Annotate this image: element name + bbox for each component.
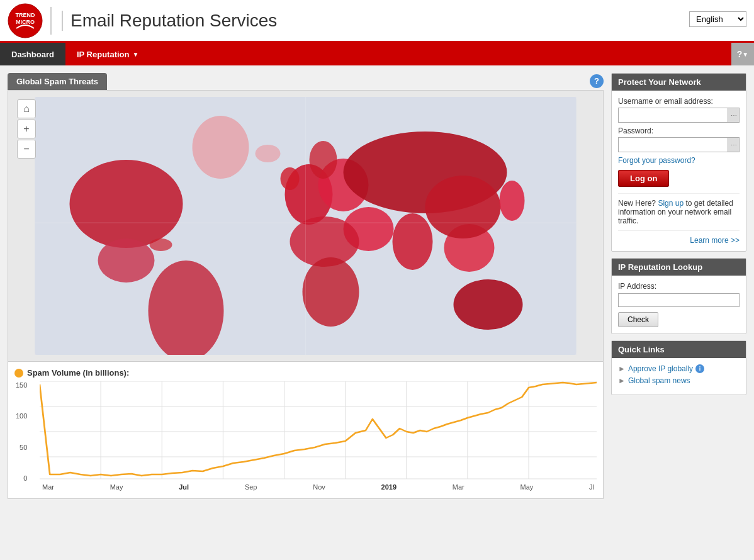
nav-ip-reputation-label: IP Reputation <box>77 50 130 59</box>
signup-link[interactable]: Sign up <box>658 199 684 208</box>
chart-area: 150 100 50 0 <box>40 381 597 495</box>
username-input-row: ⋯ <box>618 108 740 123</box>
y-label-150: 150 <box>16 381 27 389</box>
svg-text:MICRO: MICRO <box>16 19 35 25</box>
trend-micro-logo: TREND MICRO <box>8 3 43 38</box>
y-label-50: 50 <box>16 444 27 451</box>
zoom-in-icon: + <box>23 123 29 135</box>
world-map <box>14 97 597 355</box>
title-separator <box>50 7 52 35</box>
password-label: Password: <box>618 126 740 135</box>
password-input[interactable] <box>619 138 728 152</box>
lang-select[interactable]: English Japanese Chinese <box>689 11 746 27</box>
svg-point-11 <box>281 167 300 190</box>
bullet-icon-1: ► <box>618 364 626 373</box>
svg-point-20 <box>500 181 525 221</box>
map-controls: ⌂ + − <box>17 99 36 159</box>
quick-link-item-2: ► Global spam news <box>618 376 740 385</box>
help-dropdown-icon: ▼ <box>742 51 748 58</box>
x-label-may2: May <box>520 483 533 491</box>
y-label-100: 100 <box>16 412 27 420</box>
approve-ip-link[interactable]: Approve IP globally <box>628 364 693 373</box>
tab-header: Global Spam Threats ? <box>8 73 604 90</box>
username-input-icon: ⋯ <box>728 108 739 122</box>
x-label-mar: Mar <box>42 483 54 491</box>
ip-address-label: IP Address: <box>618 282 740 291</box>
navbar: Dashboard IP Reputation ▼ ? ▼ <box>0 43 754 65</box>
svg-point-19 <box>425 176 501 238</box>
quick-links-box: Quick Links ► Approve IP globally i ► Gl… <box>611 340 746 395</box>
app-title: Email Reputation Services <box>62 11 277 31</box>
nav-ip-reputation[interactable]: IP Reputation ▼ <box>65 43 150 65</box>
chart-header: Spam Volume (in billions): <box>14 368 597 378</box>
username-label: Username or email address: <box>618 97 740 106</box>
chart-y-labels: 150 100 50 0 <box>16 381 27 482</box>
x-label-jul: Jul <box>179 483 189 491</box>
lang-selector: English Japanese Chinese <box>689 11 746 27</box>
main-layout: Global Spam Threats ? ⌂ + − <box>0 65 754 507</box>
tab-global-spam-label: Global Spam Threats <box>16 77 98 86</box>
zoom-out-icon: − <box>23 143 29 155</box>
nav-dashboard[interactable]: Dashboard <box>0 43 65 65</box>
help-button[interactable]: ? ▼ <box>731 43 754 65</box>
svg-point-17 <box>393 213 433 270</box>
x-label-mar2: Mar <box>453 483 464 491</box>
map-home-button[interactable]: ⌂ <box>17 99 36 118</box>
logo-area: TREND MICRO Email Reputation Services <box>8 3 746 38</box>
left-panel: Global Spam Threats ? ⌂ + − <box>8 73 604 499</box>
header: TREND MICRO Email Reputation Services En… <box>0 0 754 43</box>
logon-button[interactable]: Log on <box>618 170 669 187</box>
info-icon[interactable]: i <box>695 364 704 373</box>
login-box-title: Protect Your Network <box>612 74 746 91</box>
tab-global-spam[interactable]: Global Spam Threats <box>8 73 107 90</box>
svg-point-21 <box>454 279 523 330</box>
svg-point-22 <box>256 145 281 162</box>
quick-links-title: Quick Links <box>612 341 746 358</box>
x-label-sep: Sep <box>245 483 257 491</box>
forgot-password-link[interactable]: Forgot your password? <box>618 156 740 165</box>
password-input-icon: ⋯ <box>728 138 739 152</box>
svg-text:TREND: TREND <box>16 12 35 18</box>
password-input-row: ⋯ <box>618 137 740 152</box>
ip-lookup-box: IP Reputation Lookup IP Address: Check <box>611 258 746 334</box>
help-icon: ? <box>737 49 743 59</box>
x-label-2019: 2019 <box>381 483 397 491</box>
quick-link-item-1: ► Approve IP globally i <box>618 364 740 373</box>
nav-dashboard-label: Dashboard <box>11 50 54 59</box>
ip-lookup-title: IP Reputation Lookup <box>612 259 746 276</box>
quick-links-body: ► Approve IP globally i ► Global spam ne… <box>612 358 746 395</box>
svg-point-5 <box>70 160 183 248</box>
ip-address-input[interactable] <box>618 293 740 307</box>
new-here-label: New Here? <box>618 199 656 208</box>
tab-help-icon[interactable]: ? <box>590 74 604 88</box>
chart-x-labels: Mar May Jul Sep Nov 2019 Mar May Jl <box>40 483 597 491</box>
map-container: ⌂ + − <box>8 90 604 362</box>
global-spam-news-link[interactable]: Global spam news <box>628 376 690 385</box>
svg-point-16 <box>303 257 359 327</box>
svg-point-23 <box>150 238 172 251</box>
y-label-0: 0 <box>16 474 27 482</box>
x-label-may: May <box>110 483 123 491</box>
login-box: Protect Your Network Username or email a… <box>611 73 746 252</box>
chart-container: Spam Volume (in billions): 150 100 50 0 <box>8 362 604 499</box>
ip-lookup-body: IP Address: Check <box>612 276 746 333</box>
chart-svg <box>40 381 597 482</box>
home-icon: ⌂ <box>23 103 30 115</box>
username-input[interactable] <box>619 108 728 122</box>
map-zoom-in-button[interactable]: + <box>17 120 36 138</box>
learn-more-link[interactable]: Learn more >> <box>618 230 740 245</box>
check-button[interactable]: Check <box>618 312 658 327</box>
chart-title: Spam Volume (in billions): <box>27 368 129 378</box>
x-label-nov: Nov <box>313 483 325 491</box>
new-here-text: New Here? Sign up to get detailed inform… <box>618 193 740 225</box>
spam-dot <box>14 369 23 378</box>
svg-point-6 <box>193 116 249 179</box>
svg-point-7 <box>98 238 155 283</box>
svg-point-12 <box>310 141 337 179</box>
map-zoom-out-button[interactable]: − <box>17 140 36 159</box>
chevron-down-icon: ▼ <box>132 51 138 58</box>
bullet-icon-2: ► <box>618 376 626 385</box>
login-box-body: Username or email address: ⋯ Password: ⋯… <box>612 91 746 251</box>
right-panel: Protect Your Network Username or email a… <box>611 73 746 499</box>
x-label-jl: Jl <box>589 483 594 491</box>
